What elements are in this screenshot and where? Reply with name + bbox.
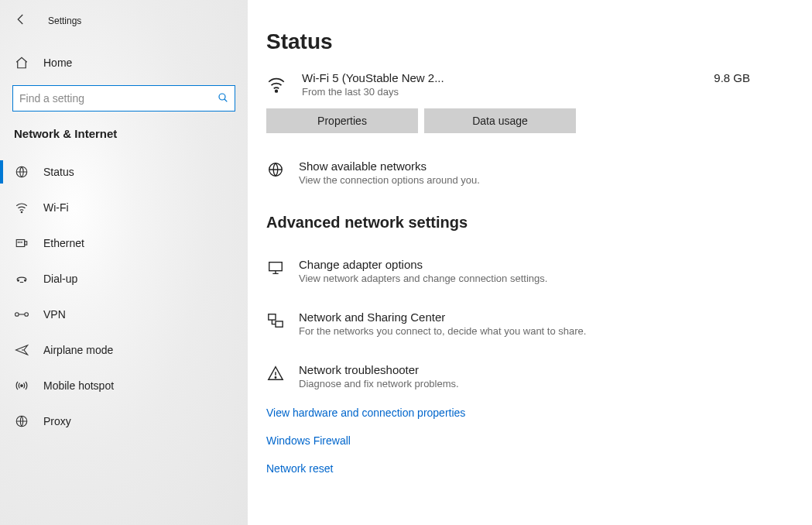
globe-icon <box>266 160 285 178</box>
troubleshooter-row[interactable]: Network troubleshooter Diagnose and fix … <box>266 363 781 389</box>
adapter-icon <box>266 258 285 276</box>
svg-point-8 <box>25 313 29 317</box>
sidebar: Settings Home Network & Internet Status … <box>0 0 248 525</box>
svg-rect-13 <box>269 262 283 271</box>
link-hardware-properties[interactable]: View hardware and connection properties <box>266 407 781 419</box>
home-icon <box>14 56 29 70</box>
sidebar-item-status[interactable]: Status <box>0 154 248 190</box>
ethernet-icon <box>14 236 29 250</box>
option-subtitle: For the networks you connect to, decide … <box>299 325 586 337</box>
sidebar-item-vpn[interactable]: VPN <box>0 297 248 332</box>
nav-label: Dial-up <box>43 273 77 285</box>
advanced-heading: Advanced network settings <box>266 214 781 232</box>
sidebar-item-proxy[interactable]: Proxy <box>0 403 248 439</box>
properties-button[interactable]: Properties <box>266 108 418 133</box>
globe-icon <box>14 165 29 179</box>
wifi-signal-icon <box>266 71 288 98</box>
sidebar-item-hotspot[interactable]: Mobile hotspot <box>0 368 248 403</box>
section-heading: Network & Internet <box>14 127 248 140</box>
nav-label: Ethernet <box>43 237 84 249</box>
option-title: Show available networks <box>299 160 480 173</box>
sidebar-item-airplane[interactable]: Airplane mode <box>0 332 248 368</box>
nav-label: Proxy <box>43 415 71 427</box>
search-input[interactable] <box>12 85 235 112</box>
option-title: Network and Sharing Center <box>299 311 586 324</box>
option-subtitle: View the connection options around you. <box>299 174 480 186</box>
proxy-icon <box>14 414 29 428</box>
svg-rect-3 <box>16 240 25 247</box>
hotspot-icon <box>14 379 29 393</box>
svg-point-11 <box>276 90 278 92</box>
option-subtitle: View network adapters and change connect… <box>299 273 547 284</box>
vpn-icon <box>14 307 29 321</box>
sidebar-item-ethernet[interactable]: Ethernet <box>0 225 248 261</box>
nav-label: VPN <box>43 308 66 321</box>
home-label: Home <box>43 57 72 69</box>
svg-point-5 <box>18 280 19 281</box>
warning-icon <box>266 363 285 382</box>
sidebar-item-dialup[interactable]: Dial-up <box>0 261 248 297</box>
option-title: Network troubleshooter <box>299 363 459 376</box>
sharing-center-row[interactable]: Network and Sharing Center For the netwo… <box>266 311 781 337</box>
sharing-icon <box>266 311 285 329</box>
connection-subtitle: From the last 30 days <box>302 86 700 98</box>
svg-rect-4 <box>25 242 27 245</box>
connection-name: Wi-Fi 5 (YouStable New 2... <box>302 71 700 84</box>
nav-label: Mobile hotspot <box>43 379 114 392</box>
svg-point-6 <box>25 280 26 281</box>
sidebar-item-wifi[interactable]: Wi-Fi <box>0 190 248 225</box>
svg-rect-15 <box>276 321 283 327</box>
main-content: Status Wi-Fi 5 (YouStable New 2... From … <box>248 0 812 525</box>
nav-label: Wi-Fi <box>43 201 69 214</box>
svg-point-16 <box>275 377 276 378</box>
svg-point-2 <box>21 211 22 213</box>
search-container <box>12 85 235 112</box>
sidebar-home[interactable]: Home <box>0 46 248 79</box>
page-title: Status <box>266 29 781 54</box>
data-usage-value: 9.8 GB <box>714 71 750 84</box>
airplane-icon <box>14 343 29 357</box>
svg-point-7 <box>15 313 19 317</box>
option-subtitle: Diagnose and fix network problems. <box>299 378 459 389</box>
wifi-icon <box>14 201 29 214</box>
app-title: Settings <box>48 15 81 26</box>
nav-label: Status <box>43 166 74 178</box>
back-icon[interactable] <box>14 12 28 29</box>
svg-rect-14 <box>269 314 276 320</box>
button-row: Properties Data usage <box>266 108 781 133</box>
nav-label: Airplane mode <box>43 344 113 356</box>
change-adapter-row[interactable]: Change adapter options View network adap… <box>266 258 781 284</box>
show-networks-row[interactable]: Show available networks View the connect… <box>266 160 781 186</box>
dialup-icon <box>14 272 29 286</box>
connection-summary: Wi-Fi 5 (YouStable New 2... From the las… <box>266 71 781 98</box>
option-title: Change adapter options <box>299 258 547 271</box>
svg-point-9 <box>21 385 23 387</box>
link-windows-firewall[interactable]: Windows Firewall <box>266 434 781 447</box>
title-bar: Settings <box>0 8 248 34</box>
data-usage-button[interactable]: Data usage <box>424 108 576 133</box>
link-network-reset[interactable]: Network reset <box>266 462 781 475</box>
